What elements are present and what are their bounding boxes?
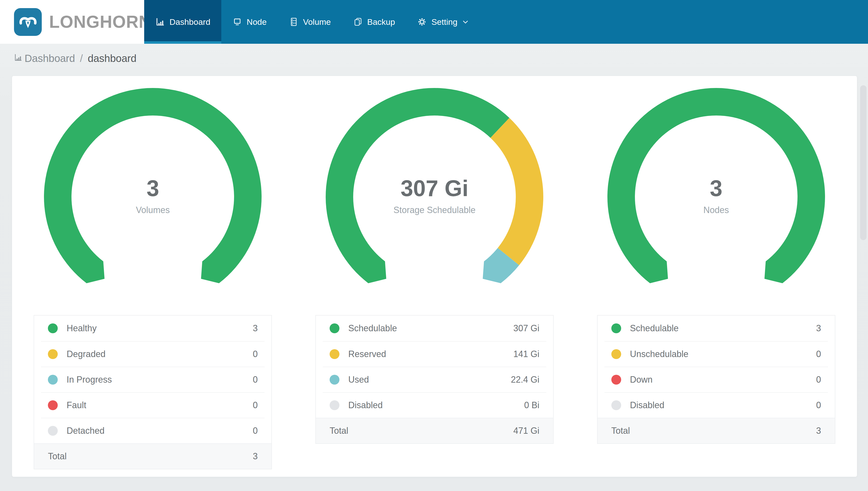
gauge-center-value: 3 <box>607 177 826 200</box>
nav-item-label: Volume <box>303 17 331 27</box>
dashboard-card: 3 Volumes Healthy3Degraded0In Progress0F… <box>12 76 857 477</box>
legend-total-row: Total3 <box>34 443 271 469</box>
nav-item-dashboard[interactable]: Dashboard <box>144 0 221 44</box>
legend-row: Unschedulable0 <box>604 341 828 367</box>
bar-chart-icon <box>155 17 165 27</box>
breadcrumb-section-label: Dashboard <box>25 53 75 64</box>
legend-row-label: Detached <box>67 426 253 436</box>
legend-row: Schedulable3 <box>604 316 828 341</box>
legend-row-label: Fault <box>67 400 253 410</box>
legend-row: Detached0 <box>41 418 265 443</box>
nav-item-setting[interactable]: Setting <box>406 0 480 44</box>
legend-row-label: Schedulable <box>348 323 513 334</box>
gauge-chart: 3 Nodes <box>607 86 826 287</box>
legend-row-value: 3 <box>253 323 258 334</box>
legend-table: Healthy3Degraded0In Progress0Fault0Detac… <box>34 315 272 469</box>
legend-row-label: Healthy <box>67 323 253 334</box>
legend-row-value: 307 Gi <box>513 323 539 334</box>
app-header: LONGHORN Dashboard Node <box>0 0 868 44</box>
legend-color-dot <box>48 323 58 333</box>
nav-item-label: Dashboard <box>169 17 210 27</box>
gauge-chart: 3 Volumes <box>43 86 262 287</box>
breadcrumb: Dashboard / dashboard <box>14 53 868 64</box>
legend-row-label: Unschedulable <box>630 349 816 359</box>
nav-item-node[interactable]: Node <box>221 0 278 44</box>
legend-color-dot <box>48 349 58 359</box>
bar-chart-icon <box>14 53 23 64</box>
legend-total-label: Total <box>48 451 253 462</box>
chart-column-nodes: 3 Nodes Schedulable3Unschedulable0Down0D… <box>575 86 857 469</box>
legend-row-label: Used <box>348 375 511 385</box>
chart-column-storage: 307 Gi Storage Schedulable Schedulable30… <box>294 86 576 469</box>
legend-row-value: 22.4 Gi <box>511 375 539 385</box>
legend-row-value: 3 <box>816 323 821 334</box>
legend-color-dot <box>611 375 621 384</box>
legend-row: Degraded0 <box>41 341 265 367</box>
breadcrumb-page-label: dashboard <box>88 53 136 64</box>
legend-row-value: 0 <box>253 349 258 359</box>
legend-row: Schedulable307 Gi <box>323 316 546 341</box>
gauge-center-label: Storage Schedulable <box>325 205 544 215</box>
volume-server-icon <box>289 17 299 27</box>
legend-color-dot <box>48 426 58 436</box>
legend-table: Schedulable307 GiReserved141 GiUsed22.4 … <box>315 315 554 444</box>
legend-row-label: In Progress <box>67 375 253 385</box>
gauge-center-value: 3 <box>43 177 262 200</box>
nav-item-volume[interactable]: Volume <box>278 0 342 44</box>
brand-wordmark: LONGHORN <box>49 12 151 32</box>
legend-color-dot <box>330 323 339 333</box>
legend-row-label: Degraded <box>67 349 253 359</box>
chart-column-volumes: 3 Volumes Healthy3Degraded0In Progress0F… <box>12 86 294 469</box>
legend-row-label: Down <box>630 375 816 385</box>
legend-row-value: 0 <box>816 375 821 385</box>
node-monitor-icon <box>232 17 242 27</box>
legend-row: Fault0 <box>41 392 265 418</box>
legend-total-value: 3 <box>253 451 258 462</box>
legend-row-value: 0 <box>253 426 258 436</box>
longhorn-logo[interactable]: LONGHORN <box>0 0 144 44</box>
breadcrumb-dashboard-link[interactable]: Dashboard <box>14 53 75 64</box>
nav-item-label: Setting <box>431 17 457 27</box>
legend-color-dot <box>330 400 339 410</box>
legend-row: Down0 <box>604 367 828 392</box>
legend-row-label: Reserved <box>348 349 513 359</box>
legend-row: Disabled0 <box>604 392 828 418</box>
legend-total-row: Total471 Gi <box>316 418 553 443</box>
legend-color-dot <box>611 349 621 359</box>
gauge-chart: 307 Gi Storage Schedulable <box>325 86 544 287</box>
legend-row: Disabled0 Bi <box>323 392 546 418</box>
legend-row-value: 0 <box>816 400 821 410</box>
main-nav: Dashboard Node Volume <box>144 0 868 44</box>
nav-item-label: Node <box>247 17 267 27</box>
backup-copy-icon <box>353 17 363 27</box>
legend-total-label: Total <box>611 426 816 436</box>
legend-row-value: 0 <box>816 349 821 359</box>
legend-color-dot <box>48 375 58 384</box>
legend-row-label: Schedulable <box>630 323 816 334</box>
legend-row-value: 0 <box>253 375 258 385</box>
legend-row-value: 0 <box>253 400 258 410</box>
gear-icon <box>417 17 427 27</box>
legend-color-dot <box>611 400 621 410</box>
legend-row: Used22.4 Gi <box>323 367 546 392</box>
gauge-center-label: Nodes <box>607 205 826 215</box>
longhorn-bull-icon <box>14 8 42 36</box>
legend-color-dot <box>611 323 621 333</box>
legend-total-value: 471 Gi <box>513 426 539 436</box>
legend-row: Healthy3 <box>41 316 265 341</box>
legend-color-dot <box>48 400 58 410</box>
chevron-down-icon <box>462 19 469 25</box>
legend-total-row: Total3 <box>597 418 835 443</box>
nav-item-backup[interactable]: Backup <box>342 0 406 44</box>
legend-color-dot <box>330 375 339 384</box>
legend-total-label: Total <box>330 426 513 436</box>
scrollbar-thumb[interactable] <box>860 85 867 240</box>
legend-row: Reserved141 Gi <box>323 341 546 367</box>
gauge-center-label: Volumes <box>43 205 262 215</box>
gauge-center-value: 307 Gi <box>325 177 544 200</box>
legend-row-label: Disabled <box>630 400 816 410</box>
legend-row: In Progress0 <box>41 367 265 392</box>
legend-row-value: 141 Gi <box>513 349 539 359</box>
legend-row-label: Disabled <box>348 400 524 410</box>
legend-total-value: 3 <box>816 426 821 436</box>
